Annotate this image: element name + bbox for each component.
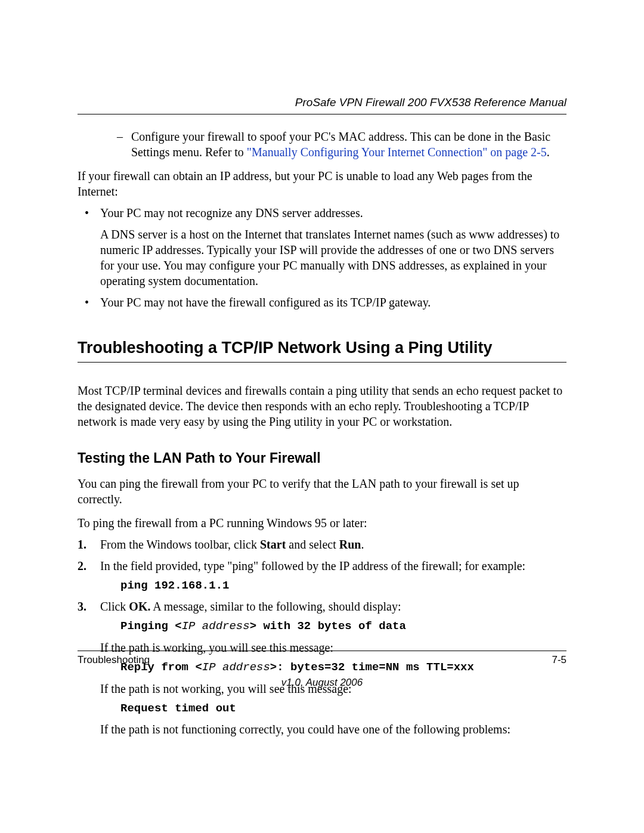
dash-list-item: – Configure your firewall to spoof your … (78, 129, 566, 160)
header-rule (78, 114, 566, 114)
paragraph: You can ping the firewall from your PC t… (78, 476, 566, 507)
text: and select (286, 538, 339, 551)
code-placeholder: IP address (202, 661, 270, 674)
list-number: 2. (78, 558, 100, 574)
bullet-list-item: • Your PC may not recognize any DNS serv… (78, 205, 566, 221)
section-rule (78, 362, 566, 363)
list-number: 3. (78, 599, 100, 614)
section-heading: Troubleshooting a TCP/IP Network Using a… (78, 337, 566, 358)
ordered-list-item: 3. Click OK. A message, similar to the f… (78, 599, 566, 614)
list-text: Click OK. A message, similar to the foll… (100, 599, 401, 614)
ui-label: Start (260, 538, 286, 551)
cross-reference-link[interactable]: "Manually Configuring Your Internet Conn… (247, 145, 547, 159)
bullet-icon: • (85, 295, 100, 310)
paragraph: To ping the firewall from a PC running W… (78, 515, 566, 531)
code-example: Pinging <IP address> with 32 bytes of da… (78, 619, 566, 634)
paragraph: Most TCP/IP terminal devices and firewal… (78, 383, 566, 429)
text: A message, similar to the following, sho… (150, 600, 401, 613)
sub-heading: Testing the LAN Path to Your Firewall (78, 450, 566, 467)
ordered-list-item: 2. In the field provided, type "ping" fo… (78, 558, 566, 574)
bullet-text: Your PC may not have the firewall config… (100, 295, 431, 310)
code-placeholder: IP address (182, 620, 250, 633)
code-text: Pinging < (120, 620, 182, 633)
text: . (361, 538, 364, 551)
bullet-icon: • (85, 205, 100, 221)
list-number: 1. (78, 537, 100, 552)
list-text: From the Windows toolbar, click Start an… (100, 537, 364, 552)
indented-paragraph: If the path is not functioning correctly… (78, 721, 566, 737)
running-header: ProSafe VPN Firewall 200 FVX538 Referenc… (78, 95, 566, 110)
text: Click (100, 600, 129, 613)
code-example: Request timed out (78, 701, 566, 716)
bullet-text: Your PC may not recognize any DNS server… (100, 205, 363, 221)
code-text: > with 32 bytes of data (250, 620, 406, 633)
ui-label: Run (339, 538, 361, 551)
dash-item-text: Configure your firewall to spoof your PC… (131, 129, 566, 160)
code-example: ping 192.168.1.1 (78, 578, 566, 593)
bullet-sub-paragraph: A DNS server is a host on the Internet t… (78, 227, 566, 289)
code-text: >: bytes=32 time=NN ms TTL=xxx (270, 661, 474, 674)
paragraph: If your firewall can obtain an IP addres… (78, 168, 566, 199)
ordered-list-item: 1. From the Windows toolbar, click Start… (78, 537, 566, 552)
text: . (547, 145, 550, 159)
footer-page-number: 7-5 (552, 654, 566, 667)
ui-label: OK. (129, 600, 150, 613)
list-text: In the field provided, type "ping" follo… (100, 558, 525, 574)
page: ProSafe VPN Firewall 200 FVX538 Referenc… (0, 0, 644, 833)
dash-bullet: – (117, 129, 131, 160)
content: – Configure your firewall to spoof your … (78, 129, 566, 651)
text: From the Windows toolbar, click (100, 538, 260, 551)
bullet-list-item: • Your PC may not have the firewall conf… (78, 295, 566, 310)
footer-chapter: Troubleshooting (78, 654, 150, 667)
